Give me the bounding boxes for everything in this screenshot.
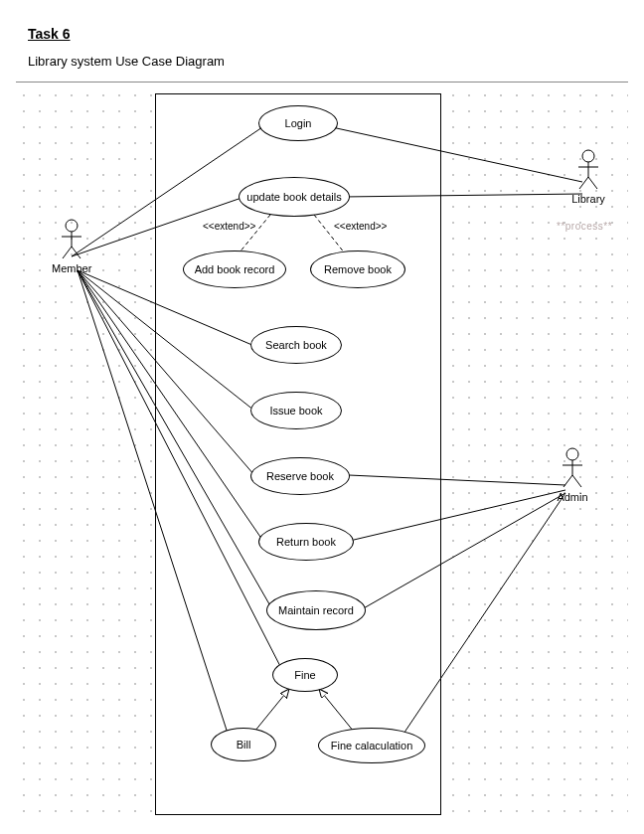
actor-member-label: Member <box>52 262 91 274</box>
svg-line-32 <box>564 475 572 487</box>
svg-point-24 <box>582 150 594 162</box>
process-hint: **process** <box>557 221 612 232</box>
uc-remove-book: Remove book <box>310 250 405 288</box>
uc-add-record: Add book record <box>183 250 286 288</box>
actor-icon <box>574 149 602 191</box>
svg-line-22 <box>63 247 72 258</box>
page-title: Task 6 <box>28 26 71 42</box>
uc-fine-calc: Fine calaculation <box>318 728 425 763</box>
svg-line-33 <box>572 475 581 487</box>
extend-label-left: <<extend>> <box>203 221 255 232</box>
uc-fine: Fine <box>272 658 338 692</box>
svg-line-23 <box>72 247 80 258</box>
page-subtitle: Library system Use Case Diagram <box>28 54 225 69</box>
uc-return-book: Return book <box>258 523 354 561</box>
actor-library: Library <box>568 149 608 205</box>
actor-member: Member <box>52 219 91 274</box>
uc-search-book: Search book <box>250 326 342 364</box>
actor-icon <box>559 447 586 489</box>
uc-reserve-book: Reserve book <box>250 457 350 495</box>
svg-point-19 <box>66 220 78 232</box>
uc-issue-book: Issue book <box>250 392 342 429</box>
diagram-canvas: Member Library **process** Admin <box>16 87 628 818</box>
uc-bill: Bill <box>211 728 276 761</box>
svg-line-27 <box>579 177 588 189</box>
uc-update-details: update book details <box>239 177 350 217</box>
page: Task 6 Library system Use Case Diagram <box>0 0 644 834</box>
divider <box>16 82 628 83</box>
extend-label-right: <<extend>> <box>334 221 387 232</box>
uc-login: Login <box>258 105 338 141</box>
actor-icon <box>58 219 85 260</box>
actor-admin: Admin <box>553 447 592 503</box>
actor-admin-label: Admin <box>553 491 592 503</box>
svg-line-28 <box>588 177 597 189</box>
svg-point-29 <box>566 448 578 460</box>
uc-maintain-record: Maintain record <box>266 590 366 630</box>
actor-library-label: Library <box>568 193 608 205</box>
